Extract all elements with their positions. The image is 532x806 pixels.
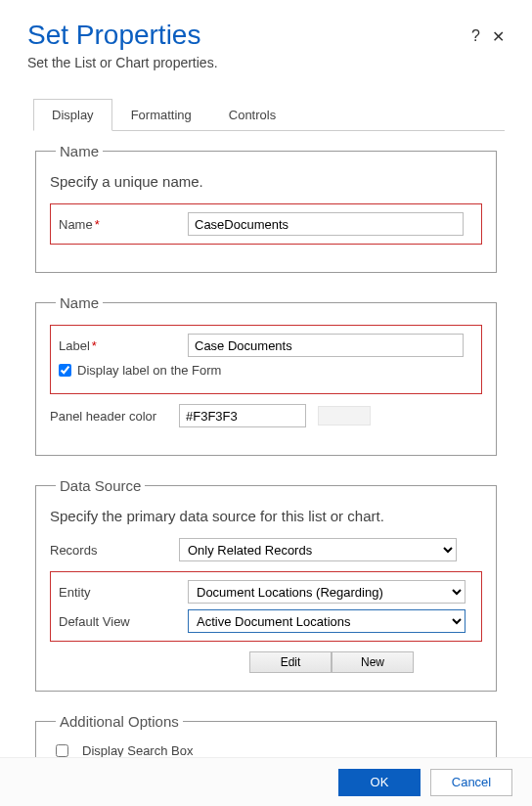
- ok-button[interactable]: OK: [338, 769, 421, 796]
- tab-display[interactable]: Display: [33, 99, 112, 131]
- highlight-label: Label* Display label on the Form: [50, 325, 482, 394]
- tab-formatting[interactable]: Formatting: [112, 99, 210, 131]
- help-icon[interactable]: ?: [471, 27, 480, 46]
- name-input[interactable]: [188, 212, 464, 236]
- tab-controls[interactable]: Controls: [210, 99, 294, 131]
- legend-data-source: Data Source: [56, 477, 145, 494]
- label-default-view: Default View: [59, 614, 188, 629]
- page-subtitle: Set the List or Chart properties.: [27, 55, 218, 70]
- display-label-checkbox[interactable]: [59, 364, 71, 377]
- label-panel-header-color: Panel header color: [50, 409, 179, 424]
- new-button[interactable]: New: [332, 651, 414, 673]
- highlight-name: Name*: [50, 203, 482, 245]
- default-view-select[interactable]: Active Document Locations: [188, 609, 466, 633]
- legend-name1: Name: [56, 143, 103, 159]
- panel-header-color-swatch: [318, 406, 371, 425]
- label-entity: Entity: [59, 585, 188, 600]
- label-label: Label*: [59, 338, 188, 353]
- panel-header-color-input[interactable]: [179, 404, 306, 427]
- legend-additional: Additional Options: [56, 713, 183, 730]
- page-title: Set Properties: [27, 20, 218, 51]
- label-input[interactable]: [188, 334, 464, 357]
- close-icon[interactable]: ✕: [492, 27, 505, 46]
- records-select[interactable]: Only Related Records: [179, 538, 457, 561]
- display-label-checkbox-label: Display label on the Form: [77, 363, 221, 378]
- display-search-box-label: Display Search Box: [82, 743, 193, 758]
- hint-data-source: Specify the primary data source for this…: [50, 508, 482, 524]
- tab-strip: Display Formatting Controls: [33, 98, 505, 131]
- hint-unique-name: Specify a unique name.: [50, 173, 482, 190]
- section-name-unique: Name Specify a unique name. Name*: [35, 143, 497, 273]
- highlight-entity-view: Entity Document Locations (Regarding) De…: [50, 571, 482, 642]
- edit-button[interactable]: Edit: [249, 651, 332, 673]
- dialog-footer: OK Cancel: [0, 757, 532, 806]
- display-search-box-checkbox[interactable]: [56, 744, 68, 757]
- label-name: Name*: [59, 217, 188, 232]
- section-name-label: Name Label* Display label on the Form Pa…: [35, 294, 497, 456]
- entity-select[interactable]: Document Locations (Regarding): [188, 580, 466, 604]
- label-records: Records: [50, 543, 179, 558]
- legend-name2: Name: [56, 294, 103, 311]
- section-data-source: Data Source Specify the primary data sou…: [35, 477, 497, 692]
- cancel-button[interactable]: Cancel: [430, 769, 512, 796]
